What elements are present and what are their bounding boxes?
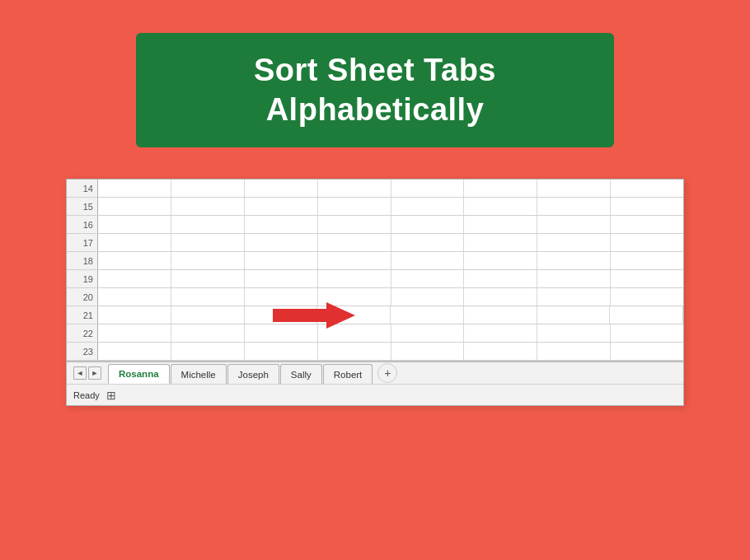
cell[interactable]: [464, 270, 537, 287]
cell[interactable]: [98, 324, 171, 342]
row-number: 16: [67, 216, 98, 233]
cell[interactable]: [611, 324, 683, 342]
cell[interactable]: [391, 252, 465, 269]
add-sheet-button[interactable]: +: [377, 363, 397, 383]
cell[interactable]: [464, 306, 537, 324]
cell[interactable]: [610, 306, 683, 324]
cell[interactable]: [537, 270, 611, 287]
cell[interactable]: [611, 180, 683, 197]
cell[interactable]: [537, 343, 611, 360]
cell[interactable]: [318, 343, 391, 360]
cell[interactable]: [171, 198, 245, 215]
cell[interactable]: [391, 198, 465, 215]
cell[interactable]: [537, 306, 611, 324]
grid-row: 22: [67, 324, 683, 343]
cell[interactable]: [464, 288, 537, 306]
cell[interactable]: [245, 234, 318, 251]
cell[interactable]: [245, 252, 318, 269]
cell[interactable]: [245, 198, 318, 215]
cell[interactable]: [98, 270, 171, 287]
cell[interactable]: [171, 252, 245, 269]
cell[interactable]: [464, 234, 537, 251]
cell[interactable]: [98, 198, 171, 215]
cell[interactable]: [245, 180, 318, 197]
cell[interactable]: [171, 288, 245, 306]
row-number: 23: [67, 343, 98, 360]
cell[interactable]: [171, 234, 245, 251]
cell[interactable]: [611, 343, 683, 360]
cell[interactable]: [464, 198, 537, 215]
cell[interactable]: [537, 180, 611, 197]
cell[interactable]: [245, 343, 318, 360]
cell[interactable]: [98, 180, 171, 197]
cell[interactable]: [537, 288, 611, 306]
cell[interactable]: [537, 234, 611, 251]
cell[interactable]: [611, 288, 683, 306]
sheet-tab[interactable]: Michelle: [171, 364, 227, 384]
cell[interactable]: [537, 324, 611, 342]
cell[interactable]: [391, 216, 465, 233]
grid-row: 16: [67, 216, 683, 234]
cell[interactable]: [318, 234, 391, 251]
cell[interactable]: [391, 343, 465, 360]
cell[interactable]: [171, 270, 245, 287]
cell[interactable]: [171, 180, 245, 197]
grid-row: 14: [67, 180, 683, 198]
row-number: 18: [67, 252, 98, 269]
cell[interactable]: [391, 288, 465, 306]
cell[interactable]: [391, 324, 465, 342]
grid-row: 15: [67, 198, 683, 216]
sheet-tab[interactable]: Robert: [323, 364, 373, 384]
cell[interactable]: [611, 198, 683, 215]
cell[interactable]: [98, 306, 171, 324]
cell[interactable]: [171, 216, 245, 233]
cell[interactable]: [464, 343, 537, 360]
tab-scroll-right-button[interactable]: ►: [88, 366, 101, 380]
row-number: 17: [67, 234, 98, 251]
title-text: Sort Sheet Tabs Alphabetically: [185, 51, 565, 129]
cell[interactable]: [391, 234, 465, 251]
sheet-tab[interactable]: Joseph: [227, 364, 279, 384]
cell[interactable]: [464, 324, 537, 342]
sheet-tab[interactable]: Sally: [280, 364, 322, 384]
tab-scroll-left-button[interactable]: ◄: [73, 366, 87, 380]
cell[interactable]: [318, 252, 391, 269]
cell[interactable]: [98, 288, 171, 306]
cell[interactable]: [611, 216, 683, 233]
cell[interactable]: [391, 180, 465, 197]
status-icon: ⊞: [106, 389, 116, 402]
cell[interactable]: [98, 216, 171, 233]
cell[interactable]: [391, 270, 465, 287]
cell[interactable]: [611, 252, 683, 269]
cell[interactable]: [245, 270, 318, 287]
cell[interactable]: [464, 252, 537, 269]
svg-marker-0: [273, 302, 355, 329]
sheet-tab[interactable]: Rosanna: [108, 364, 170, 384]
cell[interactable]: [611, 234, 683, 251]
cell[interactable]: [464, 216, 537, 233]
row-number: 15: [67, 198, 98, 215]
cell[interactable]: [611, 270, 683, 287]
cell[interactable]: [318, 270, 391, 287]
cell[interactable]: [537, 198, 611, 215]
grid-row: 17: [67, 234, 683, 252]
cell[interactable]: [98, 252, 171, 269]
cell[interactable]: [537, 216, 611, 233]
cell[interactable]: [537, 252, 611, 269]
cell[interactable]: [245, 216, 318, 233]
cell[interactable]: [318, 180, 391, 197]
cell[interactable]: [318, 216, 391, 233]
cell[interactable]: [171, 324, 245, 342]
cell[interactable]: [98, 343, 171, 360]
status-bar: Ready ⊞: [67, 384, 683, 405]
cell[interactable]: [318, 198, 391, 215]
cell[interactable]: [171, 343, 245, 360]
cell[interactable]: [98, 234, 171, 251]
arrow-indicator: [273, 301, 355, 330]
tab-bar: ◄ ► RosannaMichelleJosephSallyRobert +: [67, 361, 683, 384]
cell[interactable]: [171, 306, 245, 324]
grid-row: 19: [67, 270, 683, 288]
cell[interactable]: [464, 180, 537, 197]
sheet-tabs: RosannaMichelleJosephSallyRobert: [108, 362, 373, 384]
cell[interactable]: [391, 306, 464, 324]
